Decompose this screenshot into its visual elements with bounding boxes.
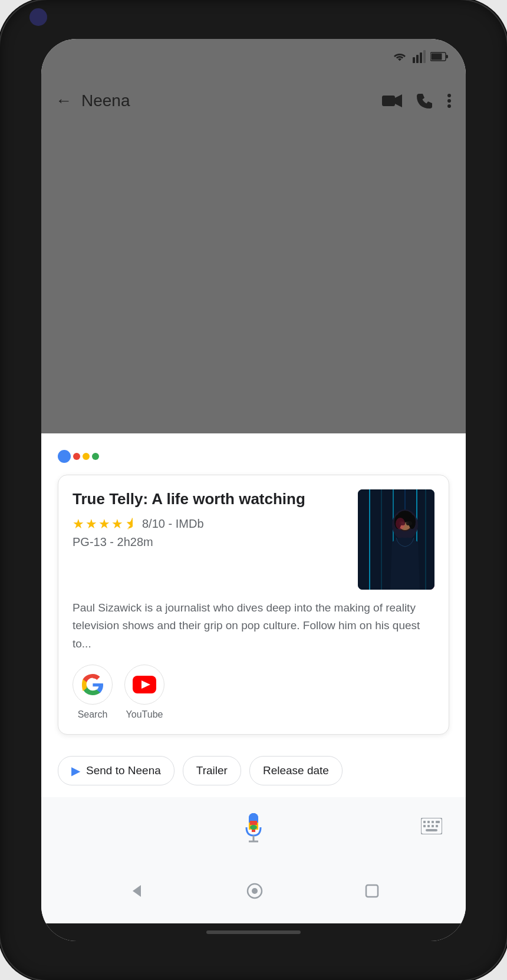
svg-marker-8 [395, 94, 402, 107]
youtube-label: YouTube [126, 709, 163, 720]
front-camera [29, 8, 47, 26]
action-chips-row: ▶ Send to Neena Trailer Release date [41, 746, 466, 797]
navigation-bar [41, 859, 466, 923]
svg-rect-47 [432, 825, 434, 827]
svg-rect-49 [426, 829, 437, 831]
movie-rating: ★ ★ ★ ★ ⯨ 8/10 - IMDb [73, 517, 348, 532]
home-indicator [41, 923, 466, 941]
chat-area [41, 127, 466, 433]
phone-icon[interactable] [416, 93, 433, 109]
trailer-label: Trailer [196, 764, 228, 777]
phone-frame: ← Neena [0, 0, 507, 980]
svg-rect-6 [446, 55, 448, 58]
svg-marker-50 [133, 885, 141, 897]
movie-header: True Telly: A life worth watching ★ ★ ★ … [73, 489, 434, 590]
home-indicator-bar [206, 930, 301, 934]
back-nav-button[interactable] [128, 883, 144, 899]
stars: ★ ★ ★ ★ ⯨ [73, 517, 137, 532]
assistant-panel: True Telly: A life worth watching ★ ★ ★ … [41, 433, 466, 746]
star-4: ★ [111, 517, 123, 532]
svg-rect-3 [423, 50, 426, 63]
phone-screen: ← Neena [41, 39, 466, 941]
svg-rect-43 [432, 821, 434, 823]
google-logo [82, 674, 103, 695]
star-3: ★ [98, 517, 110, 532]
movie-info: True Telly: A life worth watching ★ ★ ★ … [73, 489, 358, 549]
battery-icon [430, 51, 448, 62]
back-nav-icon [128, 883, 144, 899]
dot-red [73, 453, 80, 460]
youtube-app-button[interactable]: YouTube [124, 665, 164, 720]
send-to-label: Send to Neena [86, 764, 161, 777]
release-date-chip[interactable]: Release date [249, 756, 343, 785]
youtube-icon-circle[interactable] [124, 665, 164, 705]
dot-blue [58, 450, 71, 463]
svg-rect-53 [366, 885, 378, 897]
google-search-label: Search [78, 709, 108, 720]
svg-point-10 [447, 99, 451, 103]
send-icon: ▶ [71, 764, 80, 778]
keyboard-button[interactable] [421, 818, 442, 838]
mic-button[interactable] [235, 809, 272, 847]
recents-nav-icon [365, 884, 379, 898]
svg-rect-26 [406, 521, 412, 525]
status-bar [41, 39, 466, 74]
movie-meta: PG-13 - 2h28m [73, 535, 348, 549]
svg-rect-48 [436, 825, 438, 827]
back-button[interactable]: ← [55, 91, 72, 110]
movie-title: True Telly: A life worth watching [73, 489, 348, 509]
star-2: ★ [85, 517, 97, 532]
recents-nav-button[interactable] [365, 884, 379, 898]
svg-rect-37 [250, 825, 257, 830]
svg-rect-5 [432, 54, 442, 60]
google-icon-circle[interactable] [73, 665, 113, 705]
svg-rect-0 [413, 57, 415, 63]
svg-rect-7 [382, 96, 395, 106]
rating-score: 8/10 - IMDb [142, 517, 204, 531]
home-nav-icon [246, 883, 263, 899]
dot-yellow [83, 453, 90, 460]
star-half: ⯨ [124, 517, 137, 532]
svg-point-9 [447, 94, 451, 97]
svg-rect-41 [423, 821, 426, 823]
movie-card: True Telly: A life worth watching ★ ★ ★ … [58, 475, 449, 735]
svg-rect-2 [420, 52, 422, 63]
status-icons [391, 50, 448, 63]
svg-rect-42 [427, 821, 430, 823]
app-bar: ← Neena [41, 74, 466, 127]
youtube-logo [133, 676, 156, 693]
wifi-icon [391, 50, 408, 63]
google-search-app-button[interactable]: Search [73, 665, 113, 720]
more-options-icon[interactable] [447, 93, 452, 108]
svg-rect-1 [416, 55, 419, 63]
svg-point-28 [396, 518, 405, 530]
star-1: ★ [73, 517, 84, 532]
movie-poster [358, 489, 434, 590]
keyboard-icon [421, 818, 442, 834]
home-nav-button[interactable] [246, 883, 263, 899]
dot-green [92, 453, 99, 460]
poster-artwork [358, 489, 434, 590]
svg-rect-46 [427, 825, 430, 827]
app-bar-actions [382, 93, 452, 109]
google-assistant-logo [58, 450, 449, 463]
mic-bar [41, 797, 466, 859]
contact-name: Neena [81, 91, 373, 110]
microphone-icon[interactable] [242, 812, 265, 844]
svg-rect-36 [250, 821, 257, 825]
svg-point-11 [447, 104, 451, 108]
app-buttons-row: Search YouTube [73, 665, 434, 720]
release-date-label: Release date [263, 764, 329, 777]
send-to-chip[interactable]: ▶ Send to Neena [58, 756, 175, 785]
video-call-icon[interactable] [382, 93, 402, 108]
trailer-chip[interactable]: Trailer [183, 756, 241, 785]
signal-icon [413, 50, 426, 63]
svg-point-52 [252, 888, 258, 894]
movie-description: Paul Sizawick is a journalist who dives … [73, 599, 434, 653]
svg-rect-44 [436, 821, 440, 823]
svg-rect-45 [423, 825, 426, 827]
